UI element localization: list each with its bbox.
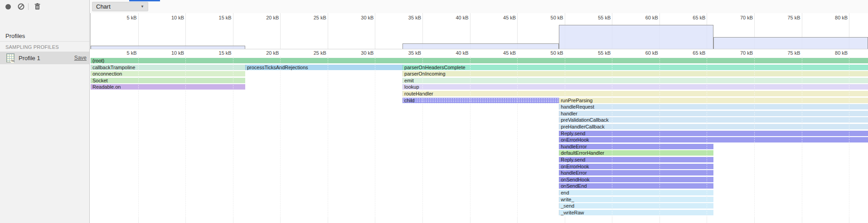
record-icon (5, 4, 11, 10)
ruler-b-tick-label: 60 kB (645, 50, 658, 56)
gridline-dashed (659, 56, 660, 217)
gridline (280, 13, 281, 49)
flame-frame-onerrorhook[interactable]: onErrorHook (559, 137, 868, 142)
flame-frame-root[interactable]: (root) (91, 58, 868, 63)
sidebar-item-profile-1[interactable]: % Profile 1 Save (0, 52, 89, 64)
toolbar-left-section (0, 0, 90, 13)
gridline-dashed (517, 56, 518, 217)
overview-baseline (90, 49, 868, 49)
flame-frame-onconnection[interactable]: onconnection (91, 71, 245, 76)
ruler-b-tick-label: 35 kB (408, 50, 421, 56)
flame-frame-emit[interactable]: emit (402, 78, 868, 83)
ruler-b-tick-label: 20 kB (266, 50, 279, 56)
profile-icon: % (6, 53, 15, 62)
flame-frame-runpreparsing[interactable]: runPreParsing (559, 98, 868, 103)
ruler-b-tick-label: 25 kB (314, 50, 326, 56)
gridline (375, 13, 375, 49)
profiler-panel: Chart ▼ Profiles SAMPLING PROFILES % Pro… (0, 0, 868, 223)
toolbar-separator (28, 3, 29, 10)
view-mode-value: Chart (96, 3, 111, 10)
ruler-a-tick-label: 60 kB (645, 15, 658, 20)
toolbar: Chart ▼ (0, 0, 868, 14)
flame-frame-prevalidationcallback[interactable]: preValidationCallback (559, 117, 868, 123)
gridline-dashed (565, 56, 565, 217)
sidebar-title: Profiles (5, 33, 25, 39)
overview-segment (91, 46, 245, 49)
ruler-a-tick-label: 5 kB (127, 15, 137, 20)
ruler-b-tick-label: 40 kB (456, 50, 468, 56)
ruler-b-tick-label: 15 kB (219, 50, 232, 56)
ruler-b-tick-label: 80 kB (835, 50, 848, 56)
chevron-down-icon: ▼ (141, 5, 144, 9)
ruler-b-tick-label: 10 kB (171, 50, 184, 56)
clear-button[interactable] (16, 0, 25, 13)
flame-frame-processticksandrejections[interactable]: processTicksAndRejections (245, 65, 402, 70)
ruler-a-tick-label: 55 kB (598, 15, 611, 20)
gridline-dashed (422, 56, 423, 217)
ruler-b-tick-label: 50 kB (551, 50, 563, 56)
flame-frame-reply.send[interactable]: Reply.send (559, 157, 713, 162)
trash-icon (34, 3, 40, 10)
accent-line (129, 0, 160, 1)
flame-chart-pane: 5 kB10 kB15 kB20 kB25 kB30 kB35 kB40 kB4… (90, 13, 868, 223)
flame-frame-handleerror[interactable]: handleError (559, 144, 713, 149)
gridline-dashed (328, 56, 328, 217)
overview-segment (713, 37, 868, 49)
gridline-dashed (138, 56, 139, 217)
ruler-b-tick-label: 5 kB (127, 50, 137, 56)
flame-frame-prehandlercallback[interactable]: preHandlerCallback (559, 124, 868, 129)
view-mode-select[interactable]: Chart ▼ (92, 2, 148, 11)
ruler-a-tick-label: 35 kB (408, 15, 421, 20)
ruler-a-tick-label: 75 kB (787, 15, 800, 20)
axis-zero-line (90, 13, 91, 49)
ruler-b-tick-label: 55 kB (598, 50, 611, 56)
flame-frame-lookup[interactable]: lookup (402, 84, 868, 90)
ruler-b-tick-label: 75 kB (787, 50, 800, 56)
flame-frame-parseronheaderscomplete[interactable]: parserOnHeadersComplete (402, 65, 868, 70)
gridline-dashed (802, 56, 802, 217)
ruler-b-tick-label: 65 kB (693, 50, 705, 56)
ruler-a-tick-label: 45 kB (503, 15, 516, 20)
flame-frame-reply.send[interactable]: Reply.send (559, 131, 868, 136)
gridline (328, 13, 328, 49)
ruler-a-tick-label: 40 kB (456, 15, 468, 20)
ruler-a-tick-label: 15 kB (219, 15, 232, 20)
flame-frame-onerrorhook[interactable]: onErrorHook (559, 164, 713, 169)
flame-frame-child[interactable]: child (402, 98, 559, 103)
flame-frame-_writeraw[interactable]: _writeRaw (559, 210, 713, 215)
gridline-dashed (470, 56, 470, 217)
flame-frame-parseronincoming[interactable]: parserOnIncoming (402, 71, 868, 76)
gridline (185, 13, 186, 49)
percent-badge: % (11, 59, 14, 63)
save-profile-link[interactable]: Save (74, 55, 87, 61)
block-icon (18, 3, 24, 10)
flame-frame-callbacktrampoline[interactable]: callbackTrampoline (91, 65, 245, 70)
flame-frame-onsendend[interactable]: onSendEnd (559, 183, 713, 189)
flame-frame-handleerror[interactable]: handleError (559, 170, 713, 176)
flame-frame-end[interactable]: end (559, 190, 713, 195)
ruler-a-tick-label: 10 kB (171, 15, 184, 20)
flame-frame-_send[interactable]: _send (559, 203, 713, 209)
flame-frame-defaulterrorhandler[interactable]: defaultErrorHandler (559, 150, 713, 156)
ruler-a-tick-label: 70 kB (740, 15, 753, 20)
gridline-dashed (280, 56, 281, 217)
record-button[interactable] (4, 0, 13, 13)
ruler-b-tick-label: 30 kB (361, 50, 373, 56)
profile-name: Profile 1 (19, 55, 40, 62)
gridline-dashed (754, 56, 755, 217)
flame-frame-readable.on[interactable]: Readable.on (91, 84, 245, 90)
flame-frame-socket[interactable]: Socket (91, 78, 245, 83)
overview-segment (402, 43, 559, 49)
gridline-dashed (375, 56, 375, 217)
flame-frame-handlerequest[interactable]: handleRequest (559, 104, 868, 109)
flame-frame-write_[interactable]: write_ (559, 197, 713, 202)
delete-profile-button[interactable] (33, 0, 42, 13)
flame-frame-onsendhook[interactable]: onSendHook (559, 177, 713, 182)
gridline (233, 13, 233, 49)
ruler-a-tick-label: 50 kB (551, 15, 563, 20)
flame-frame-routehandler[interactable]: routeHandler (402, 91, 868, 96)
gridline (138, 13, 139, 49)
flame-frame-handler[interactable]: handler (559, 111, 868, 116)
sampling-profiles-section-label: SAMPLING PROFILES (5, 44, 59, 50)
sidebar-divider (0, 41, 89, 42)
